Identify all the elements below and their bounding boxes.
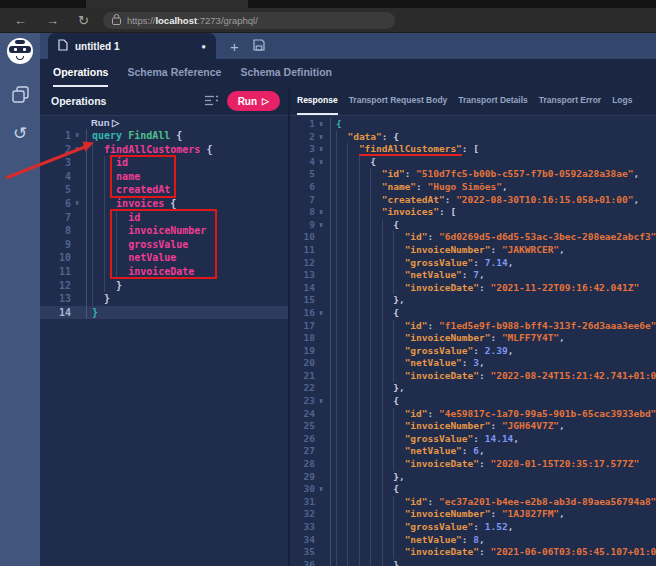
fold-chevron-icon[interactable]: ∨ [71,197,83,211]
fold-chevron-icon[interactable]: ∨ [315,219,327,232]
code-line[interactable]: 2∨ "data": { [290,131,656,144]
code-line[interactable]: 4 name [40,170,288,184]
operation-list-icon[interactable] [205,92,218,110]
fold-chevron-icon[interactable]: ∨ [315,307,327,320]
code-line[interactable]: 7 "createdAt": "2022-08-30T10:16:15.058+… [290,194,656,207]
code-line[interactable]: 30∨ { [290,483,656,496]
operations-panel: Operations Run▷ Run ▷ 1∨query FindAll {2… [40,87,288,566]
fold-chevron-icon[interactable]: ∨ [71,129,83,143]
code-line[interactable]: 1∨query FindAll { [40,129,288,143]
tab-transport-request-body[interactable]: Transport Request Body [349,87,448,115]
back-icon[interactable]: ← [14,14,27,27]
tab-operations[interactable]: Operations [53,66,108,87]
code-line[interactable]: 10 "id": "6d0269d5-d6d5-53ac-3bec-208eae… [290,231,656,244]
browser-navigation-bar: ← → ↻ https://localhost:7273/graphql/ [0,8,656,33]
tab-transport-details[interactable]: Transport Details [458,87,527,115]
code-line[interactable]: 14} [40,306,288,320]
fold-chevron-icon[interactable]: ∨ [315,395,327,408]
document-tab[interactable]: untitled 1 ● [48,33,216,59]
code-line[interactable]: 22 }, [290,382,656,395]
code-line[interactable]: 11 "invoiceNumber": "JAKWRCER", [290,244,656,257]
code-line[interactable]: 10 netValue [40,251,288,265]
tab-schema-reference[interactable]: Schema Reference [127,66,221,87]
code-line[interactable]: 16∨ { [290,307,656,320]
line-number: 18 [304,332,315,345]
line-number: 7 [309,194,315,207]
code-line[interactable]: 3∨ "findAllCustomers": [ [290,143,656,156]
tab-schema-definition[interactable]: Schema Definition [240,66,332,87]
code-line[interactable]: 11 invoiceDate [40,265,288,279]
response-viewer[interactable]: 1∨{2∨ "data": {3∨ "findAllCustomers": [4… [290,116,656,566]
line-number: 13 [304,269,315,282]
history-icon[interactable]: ↺ [13,125,27,142]
code-line[interactable]: 13 "netValue": 7, [290,269,656,282]
query-editor[interactable]: Run ▷ 1∨query FindAll {2∨ findAllCustome… [40,116,288,566]
code-line[interactable]: 12 "grossValue": 7.14, [290,257,656,270]
code-line[interactable]: 8 invoiceNumber [40,224,288,238]
code-line[interactable]: 34 "netValue": 8, [290,534,656,547]
code-line[interactable]: 5 createdAt [40,183,288,197]
fold-chevron-icon[interactable]: ∨ [315,206,327,219]
document-tab-title: untitled 1 [75,41,194,52]
code-line[interactable]: 7 id [40,211,288,225]
page-tabs: OperationsSchema ReferenceSchema Definit… [40,59,656,87]
code-line[interactable]: 32 "invoiceNumber": "1AJ827FM", [290,508,656,521]
code-line[interactable]: 5 "id": "510d7fc5-b00b-c557-f7b0-0592a28… [290,168,656,181]
code-line[interactable]: 28 "invoiceDate": "2020-01-15T20:35:17.5… [290,458,656,471]
browser-active-tab[interactable] [86,0,248,8]
code-line[interactable]: 33 "grossValue": 1.52, [290,521,656,534]
fold-chevron-icon[interactable]: ∨ [315,118,327,131]
inline-run-link[interactable]: Run ▷ [91,116,288,129]
code-line[interactable]: 21 "invoiceDate": "2022-08-24T15:21:42.7… [290,370,656,383]
code-line[interactable]: 18 "invoiceNumber": "MLFF7Y4T", [290,332,656,345]
code-line[interactable]: 15 }, [290,294,656,307]
code-line[interactable]: 4∨ { [290,156,656,169]
save-icon[interactable] [253,37,265,55]
run-button[interactable]: Run▷ [227,91,280,111]
line-number: 29 [304,471,315,484]
code-line[interactable]: 26 "grossValue": 14.14, [290,433,656,446]
code-line[interactable]: 6∨ invoices { [40,197,288,211]
code-line[interactable]: 6 "name": "Hugo Simões", [290,181,656,194]
code-line[interactable]: 31 "id": "ec37a201-b4ee-e2b8-ab3d-89aea5… [290,496,656,509]
line-number: 15 [304,294,315,307]
tab-logs[interactable]: Logs [612,87,632,115]
code-line[interactable]: 1∨{ [290,118,656,131]
fold-chevron-icon[interactable]: ∨ [71,143,83,157]
fold-chevron-icon[interactable]: ∨ [315,483,327,496]
fold-chevron-icon[interactable]: ∨ [315,156,327,169]
code-line[interactable]: 36 }, [290,559,656,566]
fold-chevron-icon[interactable]: ∨ [315,131,327,144]
new-tab-icon[interactable]: + [230,39,239,54]
line-number: 24 [304,408,315,421]
code-line[interactable]: 17 "id": "f1ed5e9f-b988-bff4-313f-26d3aa… [290,320,656,333]
code-line[interactable]: 27 "netValue": 6, [290,445,656,458]
code-line[interactable]: 29 }, [290,471,656,484]
line-number: 34 [304,534,315,547]
code-line[interactable]: 9∨ { [290,219,656,232]
line-number: 33 [304,521,315,534]
code-line[interactable]: 23∨ { [290,395,656,408]
app-logo[interactable] [7,38,33,64]
code-line[interactable]: 35 "invoiceDate": "2021-06-06T03:05:45.1… [290,546,656,559]
code-line[interactable]: 19 "grossValue": 2.39, [290,345,656,358]
code-line[interactable]: 12 } [40,279,288,293]
refresh-icon[interactable]: ↻ [78,14,89,27]
line-number: 6 [309,181,315,194]
code-line[interactable]: 25 "invoiceNumber": "JGH64V7Z", [290,420,656,433]
documents-icon[interactable] [12,86,29,103]
code-line[interactable]: 8∨ "invoices": [ [290,206,656,219]
tab-transport-error[interactable]: Transport Error [539,87,601,115]
code-line[interactable]: 3 id [40,156,288,170]
fold-chevron-icon[interactable]: ∨ [315,143,327,156]
address-bar[interactable]: https://localhost:7273/graphql/ [103,12,395,29]
code-line[interactable]: 24 "id": "4e59817c-1a70-99a5-901b-65cac3… [290,408,656,421]
code-line[interactable]: 9 grossValue [40,238,288,252]
code-line[interactable]: 14 "invoiceDate": "2021-11-22T09:16:42.0… [290,282,656,295]
code-line[interactable]: 13 } [40,292,288,306]
lock-icon[interactable] [112,11,121,29]
code-line[interactable]: 20 "netValue": 3, [290,357,656,370]
code-line[interactable]: 2∨ findAllCustomers { [40,143,288,157]
tab-response[interactable]: Response [297,87,338,115]
forward-icon[interactable]: → [46,14,59,27]
